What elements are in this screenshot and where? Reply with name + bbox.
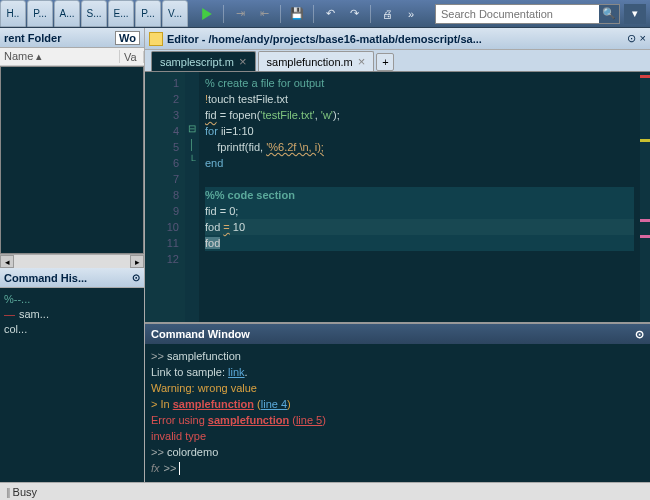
editor-tab[interactable]: samplescript.m× bbox=[151, 51, 256, 71]
quick-actions: ⇥ ⇤ 💾 ↶ ↷ 🖨 » bbox=[197, 4, 421, 24]
cmd-output-line: Warning: wrong value bbox=[151, 380, 644, 396]
cmd-output-line: > In samplefunction (line 4) bbox=[151, 396, 644, 412]
cmd-output-line: Error using samplefunction (line 5) bbox=[151, 412, 644, 428]
ribbon-tab[interactable]: E... bbox=[108, 0, 134, 27]
cmd-output-line: >> samplefunction bbox=[151, 348, 644, 364]
print-icon[interactable]: 🖨 bbox=[377, 4, 397, 24]
undo-icon[interactable]: ↶ bbox=[320, 4, 340, 24]
code-area[interactable]: % create a file for output!touch testFil… bbox=[199, 72, 640, 322]
cmd-title: Command Window bbox=[151, 328, 250, 340]
folder-panel-header: rent Folder Wo bbox=[0, 28, 144, 48]
file-icon bbox=[149, 32, 163, 46]
history-item[interactable]: col... bbox=[4, 322, 140, 337]
ribbon-tab[interactable]: H.. bbox=[0, 0, 26, 27]
cmd-menu-icon[interactable]: ⊙ bbox=[635, 328, 644, 340]
cmd-header: Command Window ⊙ bbox=[145, 324, 650, 344]
scroll-right-icon[interactable]: ▸ bbox=[130, 255, 144, 268]
fx-icon: fx bbox=[151, 460, 160, 476]
doc-search-input[interactable] bbox=[436, 5, 599, 23]
ribbon-tab[interactable]: P... bbox=[27, 0, 53, 27]
ribbon-tab[interactable]: A... bbox=[54, 0, 80, 27]
main-toolbar: H..P...A...S...E...P...V... ⇥ ⇤ 💾 ↶ ↷ 🖨 … bbox=[0, 0, 650, 28]
cmd-output-line: Link to sample: link. bbox=[151, 364, 644, 380]
fold-column[interactable]: ⊟│└ bbox=[185, 72, 199, 322]
panel-menu-icon[interactable]: ⊙ bbox=[132, 272, 140, 283]
save-icon[interactable]: 💾 bbox=[287, 4, 307, 24]
code-line[interactable]: %% code section bbox=[205, 187, 634, 203]
tab-close-icon[interactable]: × bbox=[239, 54, 247, 69]
line-numbers: 123456789101112 bbox=[145, 72, 185, 322]
code-line[interactable]: fid = 0; bbox=[205, 203, 634, 219]
editor-tabs: samplescript.m×samplefunction.m×+ bbox=[145, 50, 650, 72]
code-line[interactable] bbox=[205, 251, 634, 267]
marker-column[interactable] bbox=[640, 72, 650, 322]
tab-close-icon[interactable]: × bbox=[358, 54, 366, 69]
code-line[interactable]: fod = 10 bbox=[205, 219, 634, 235]
code-line[interactable]: for ii=1:10 bbox=[205, 123, 634, 139]
editor-header: Editor - /home/andy/projects/base16-matl… bbox=[145, 28, 650, 50]
cmd-output-line: >> colordemo bbox=[151, 444, 644, 460]
more-icon[interactable]: » bbox=[401, 4, 421, 24]
svg-marker-0 bbox=[202, 8, 212, 20]
ribbon-tab[interactable]: S... bbox=[81, 0, 107, 27]
layout-menu-button[interactable]: ▾ bbox=[624, 4, 646, 24]
editor-close-icon[interactable]: × bbox=[640, 32, 646, 45]
search-button[interactable]: 🔍 bbox=[599, 5, 619, 23]
run-button[interactable] bbox=[197, 4, 217, 24]
col-name[interactable]: Name ▴ bbox=[0, 50, 120, 63]
code-line[interactable] bbox=[205, 171, 634, 187]
col-value[interactable]: Va bbox=[120, 51, 144, 63]
ribbon-tabs: H..P...A...S...E...P...V... bbox=[0, 0, 189, 27]
resize-grip-icon[interactable]: ||| bbox=[6, 486, 9, 498]
step-out-icon[interactable]: ⇤ bbox=[254, 4, 274, 24]
editor-body[interactable]: 123456789101112 ⊟│└ % create a file for … bbox=[145, 72, 650, 322]
history-panel-title: Command His... bbox=[4, 272, 132, 284]
code-line[interactable]: fprintf(fid, '%6.2f \n, i); bbox=[205, 139, 634, 155]
editor-path: Editor - /home/andy/projects/base16-matl… bbox=[167, 33, 627, 45]
status-text: Busy bbox=[13, 486, 37, 498]
editor-tab[interactable]: samplefunction.m× bbox=[258, 51, 375, 71]
cmd-input[interactable]: fx>> bbox=[151, 460, 644, 476]
cmd-output-line: invalid type bbox=[151, 428, 644, 444]
history-list[interactable]: %--...—sam... col... bbox=[0, 288, 144, 482]
status-bar: ||| Busy bbox=[0, 482, 650, 500]
doc-search-box: 🔍 bbox=[435, 4, 620, 24]
code-line[interactable]: % create a file for output bbox=[205, 75, 634, 91]
editor-menu-icon[interactable]: ⊙ bbox=[627, 32, 636, 45]
folder-columns: Name ▴ Va bbox=[0, 48, 144, 66]
folder-panel-title: rent Folder bbox=[4, 32, 115, 44]
history-item[interactable]: —sam... bbox=[4, 307, 140, 322]
folder-hscroll[interactable]: ◂ ▸ bbox=[0, 254, 144, 268]
ribbon-tab[interactable]: V... bbox=[162, 0, 188, 27]
history-panel-header: Command His... ⊙ bbox=[0, 268, 144, 288]
folder-list[interactable] bbox=[0, 66, 144, 254]
history-item[interactable]: %--... bbox=[4, 292, 140, 307]
code-line[interactable]: fid = fopen('testFile.txt', 'w'); bbox=[205, 107, 634, 123]
workspace-tab[interactable]: Wo bbox=[115, 31, 140, 45]
new-tab-button[interactable]: + bbox=[376, 53, 394, 71]
redo-icon[interactable]: ↷ bbox=[344, 4, 364, 24]
ribbon-tab[interactable]: P... bbox=[135, 0, 161, 27]
code-line[interactable]: fod bbox=[205, 235, 634, 251]
code-line[interactable]: end bbox=[205, 155, 634, 171]
scroll-left-icon[interactable]: ◂ bbox=[0, 255, 14, 268]
cmd-body[interactable]: >> samplefunctionLink to sample: link.Wa… bbox=[145, 344, 650, 482]
code-line[interactable]: !touch testFile.txt bbox=[205, 91, 634, 107]
step-in-icon[interactable]: ⇥ bbox=[230, 4, 250, 24]
